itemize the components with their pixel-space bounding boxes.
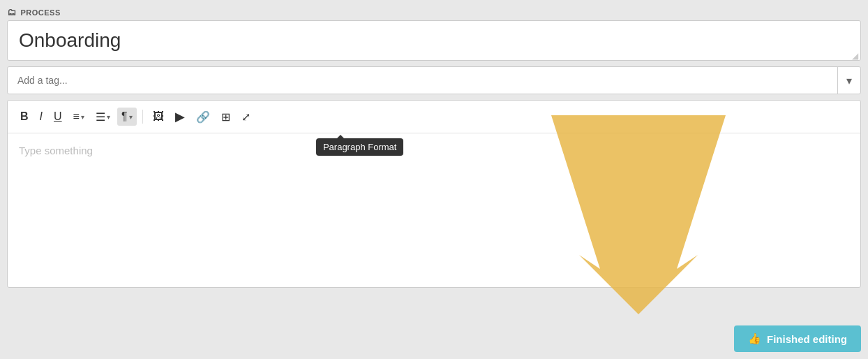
video-icon: ▶ [175,109,185,124]
process-label-text: PROCESS [21,8,61,17]
editor-toolbar: B I U ≡ ▾ ☰ ▾ ¶ ▾ Paragraph Form [8,101,860,133]
fullscreen-button[interactable]: ⤢ [237,108,255,126]
ordered-list-button[interactable]: ≡ ▾ [69,108,89,126]
finished-editing-button[interactable]: 👍 Finished editing [734,325,861,352]
process-label: 🗂 PROCESS [7,7,861,17]
underline-icon: U [54,110,62,123]
unordered-list-button[interactable]: ☰ ▾ [91,108,114,126]
italic-button[interactable]: I [36,108,47,126]
table-button[interactable]: ⊞ [217,108,234,126]
tag-input[interactable] [8,67,837,94]
title-input[interactable] [19,29,849,52]
thumbs-up-icon: 👍 [748,332,761,345]
title-section: ◢ [7,20,861,61]
editor-placeholder: Type something [19,145,93,156]
page-container: 🗂 PROCESS ◢ ▾ B I U ≡ ▾ [0,0,868,359]
chevron-down-icon: ▾ [846,74,852,87]
paragraph-icon: ¶ [121,110,128,123]
fullscreen-icon: ⤢ [241,110,250,124]
chevron-down-icon: ▾ [107,113,110,121]
image-icon: 🖼 [153,110,164,123]
unordered-list-icon: ☰ [96,110,105,124]
tag-dropdown-button[interactable]: ▾ [837,67,860,94]
underline-button[interactable]: U [50,108,66,126]
table-icon: ⊞ [221,110,230,124]
video-button[interactable]: ▶ [171,106,189,127]
editor-body[interactable]: Type something [8,133,860,287]
paragraph-format-button[interactable]: ¶ ▾ Paragraph Format [117,108,137,126]
ordered-list-icon: ≡ [73,110,80,123]
chevron-down-icon: ▾ [129,113,133,121]
editor-section: B I U ≡ ▾ ☰ ▾ ¶ ▾ Paragraph Form [7,100,861,288]
image-button[interactable]: 🖼 [149,108,168,126]
resize-handle[interactable]: ◢ [852,52,859,59]
chevron-down-icon: ▾ [81,113,84,121]
finished-editing-label: Finished editing [767,333,847,345]
link-icon: 🔗 [196,110,210,124]
bold-button[interactable]: B [16,108,33,126]
link-button[interactable]: 🔗 [192,108,214,126]
italic-icon: I [40,110,43,123]
toolbar-separator [142,110,143,124]
process-icon: 🗂 [7,7,17,17]
bold-icon: B [20,110,29,123]
tag-section: ▾ [7,66,861,94]
